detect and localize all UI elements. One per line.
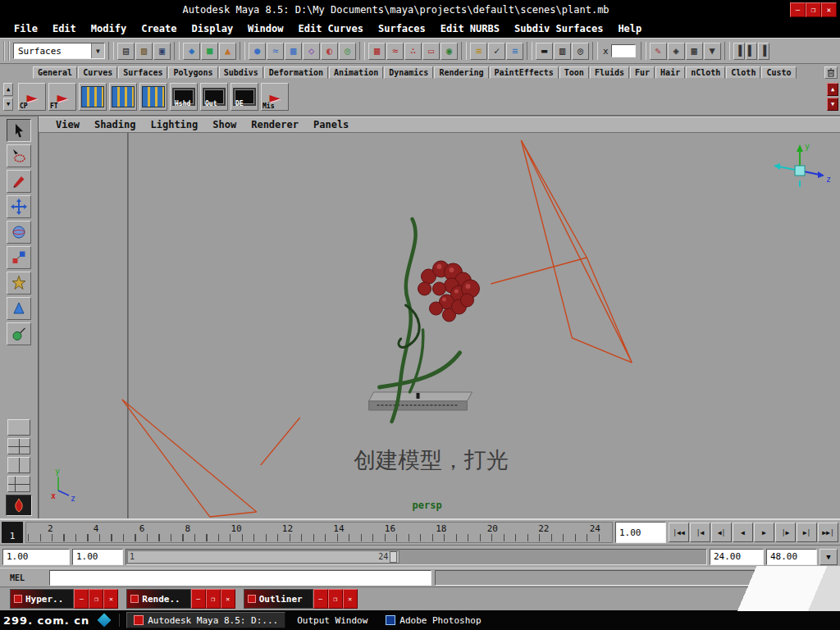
timeline[interactable]: 24681012141618202224 <box>25 522 613 543</box>
close-button[interactable]: ✕ <box>821 2 837 17</box>
current-time-field[interactable] <box>615 522 666 543</box>
construction-history-icon[interactable]: ✓ <box>488 43 505 60</box>
render-current-frame-icon[interactable]: ▬ <box>536 43 553 60</box>
animation-end-field[interactable] <box>766 549 817 565</box>
maximize-button[interactable]: ❐ <box>806 2 821 17</box>
trash-icon[interactable] <box>824 66 838 79</box>
step-forward-key-button[interactable]: |▶ <box>775 523 796 542</box>
step-back-key-button[interactable]: ◀| <box>711 523 732 542</box>
range-slider-track[interactable]: 1 24 <box>126 549 707 565</box>
panel-menu-item[interactable]: Panels <box>306 119 356 130</box>
spotlight-wireframe-right[interactable] <box>491 140 632 363</box>
step-back-frame-button[interactable]: |◀ <box>690 523 710 542</box>
toolbar-divider[interactable] <box>724 42 730 60</box>
shelf-next-tab-button[interactable]: ▼ <box>3 98 13 111</box>
shelf-item-ft[interactable]: FT <box>48 83 76 111</box>
menu-item[interactable]: Window <box>240 21 290 36</box>
shelf-tab[interactable]: Polygons <box>168 66 217 79</box>
play-backward-button[interactable]: ◀ <box>733 523 753 542</box>
select-tool-button[interactable] <box>7 119 31 142</box>
coordinate-input-field[interactable] <box>611 44 636 57</box>
task-button-maya[interactable]: Autodesk Maya 8.5: D:... <box>126 612 285 628</box>
shelf-menu-down-button[interactable]: ▼ <box>827 98 838 111</box>
shelf-menu-up-button[interactable]: ▲ <box>827 83 838 96</box>
minimized-window-render-view[interactable]: Rende.. – ❐ ✕ <box>126 589 235 609</box>
lasso-tool-button[interactable] <box>7 144 31 167</box>
command-input[interactable] <box>49 570 431 586</box>
panel-menu-item[interactable]: Show <box>205 119 244 130</box>
shelf-tab[interactable]: Hair <box>655 66 685 79</box>
minimize-button[interactable]: – <box>191 589 206 609</box>
ipr-render-icon[interactable]: ▥ <box>554 43 571 60</box>
maximize-button[interactable]: ❐ <box>328 589 343 609</box>
shelf-tab[interactable]: Cloth <box>726 66 760 79</box>
menu-item[interactable]: Create <box>134 21 184 36</box>
layout-persp-outliner-button[interactable] <box>7 476 30 492</box>
go-to-start-button[interactable]: |◀◀ <box>669 523 689 542</box>
toolbar-divider[interactable] <box>461 42 467 60</box>
current-frame-indicator[interactable]: 1 <box>2 522 23 543</box>
paint-effects-icon[interactable]: ✎ <box>650 43 667 60</box>
snap-to-points-icon[interactable]: ∴ <box>404 43 422 60</box>
toolbar-divider[interactable] <box>174 42 180 60</box>
close-button[interactable]: ✕ <box>343 589 358 609</box>
show-manipulator-tool-button[interactable] <box>7 322 31 345</box>
task-button-photoshop[interactable]: Adobe Photoshop <box>379 612 487 628</box>
task-button-output-window[interactable]: Output Window <box>290 612 374 628</box>
layout-two-pane-button[interactable] <box>7 457 30 473</box>
menu-mode-selector[interactable]: Surfaces ▼ <box>13 43 105 59</box>
shelf-tab[interactable]: nCloth <box>686 66 725 79</box>
shelf-item-grid-2[interactable] <box>109 83 137 111</box>
menu-item[interactable]: Edit NURBS <box>433 21 507 36</box>
toggle-attribute-editor-button[interactable]: ▐ <box>733 43 745 60</box>
perspective-viewport[interactable]: persp 创建模型，打光 y z <box>39 133 840 518</box>
minimize-button[interactable]: – <box>313 589 328 609</box>
menu-item[interactable]: Help <box>610 21 649 36</box>
shelf-prev-tab-button[interactable]: ▲ <box>3 83 13 96</box>
mask-surfaces-icon[interactable]: ▦ <box>285 43 302 60</box>
menu-item[interactable]: Subdiv Surfaces <box>507 21 610 36</box>
shelf-tab[interactable]: Curves <box>78 66 117 79</box>
mask-curves-icon[interactable]: ≈ <box>267 43 284 60</box>
playback-range-bar[interactable]: 1 24 <box>127 550 399 564</box>
hypershade-icon[interactable]: ◈ <box>668 43 685 60</box>
mask-rendering-icon[interactable]: ◎ <box>339 43 356 60</box>
range-end-handle[interactable] <box>390 551 397 563</box>
toolbar-divider[interactable] <box>641 42 646 60</box>
toggle-channel-box-button[interactable]: ▐ <box>758 43 769 60</box>
toolbar-divider[interactable] <box>359 42 365 60</box>
snap-to-view-planes-icon[interactable]: ▭ <box>422 43 440 60</box>
close-button[interactable]: ✕ <box>221 589 235 609</box>
shelf-tab[interactable]: Custo <box>761 66 796 79</box>
panel-menu-item[interactable]: View <box>48 119 87 130</box>
toggle-tool-settings-button[interactable]: ▌ <box>746 43 757 60</box>
playback-end-field[interactable] <box>710 549 764 565</box>
toolbar-divider[interactable] <box>592 42 598 60</box>
command-line-language-toggle[interactable]: MEL <box>2 573 46 582</box>
shelf-item-grid-1[interactable] <box>79 83 107 111</box>
shelf-tab[interactable]: Subdivs <box>219 66 263 79</box>
menu-item[interactable]: Surfaces <box>371 21 433 36</box>
toolbar-divider[interactable] <box>108 42 114 60</box>
play-forward-button[interactable]: ▶ <box>754 523 774 542</box>
close-button[interactable]: ✕ <box>103 589 118 609</box>
new-scene-icon[interactable]: ▤ <box>117 43 135 60</box>
shelf-item-cp[interactable]: CP <box>18 83 46 111</box>
select-by-object-icon[interactable]: ■ <box>201 43 218 60</box>
character-set-dropdown[interactable]: ▼ <box>819 549 838 565</box>
panel-menu-item[interactable]: Shading <box>87 119 144 130</box>
soft-mod-tool-button[interactable] <box>7 297 31 320</box>
scale-tool-button[interactable] <box>7 246 31 269</box>
output-connections-icon[interactable]: ≡ <box>506 43 523 60</box>
shelf-tab[interactable]: Animation <box>329 66 383 79</box>
menu-item[interactable]: File <box>7 21 45 36</box>
maximize-button[interactable]: ❐ <box>206 589 221 609</box>
go-to-end-button[interactable]: ▶▶| <box>818 523 838 542</box>
shelf-tab[interactable]: PaintEffects <box>490 66 559 79</box>
snap-to-grids-icon[interactable]: ▦ <box>368 43 386 60</box>
animation-start-field[interactable] <box>2 549 70 565</box>
input-connections-icon[interactable]: ≡ <box>470 43 487 60</box>
shelf-item-de[interactable]: DE <box>231 83 258 111</box>
menu-item[interactable]: Edit <box>45 21 84 36</box>
selection-priority-icon[interactable]: ▼ <box>704 43 721 60</box>
